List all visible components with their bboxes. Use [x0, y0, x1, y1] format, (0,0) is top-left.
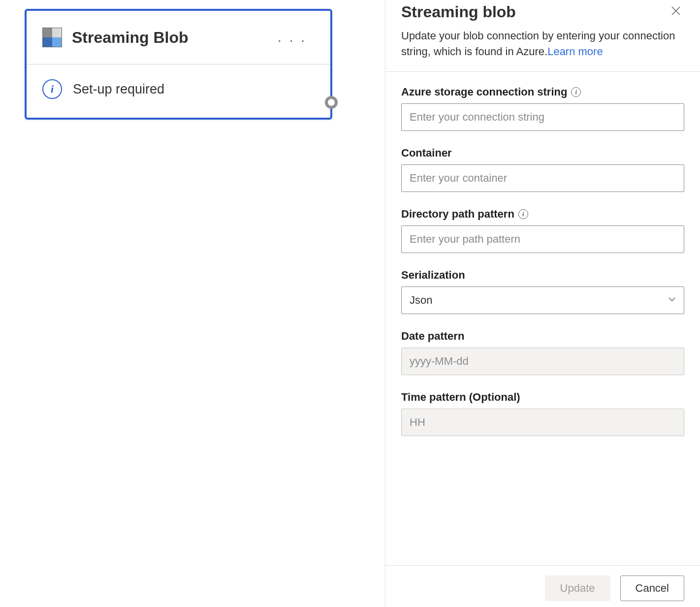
close-icon[interactable]: [668, 2, 684, 22]
properties-panel: Streaming blob Update your blob connecti…: [385, 0, 700, 607]
time-pattern-input: [401, 409, 684, 436]
container-input[interactable]: [401, 164, 684, 192]
date-pattern-label: Date pattern: [401, 330, 464, 343]
serialization-label: Serialization: [401, 269, 465, 282]
cancel-button[interactable]: Cancel: [620, 575, 684, 601]
node-status-row: i Set-up required: [27, 64, 330, 118]
panel-description: Update your blob connection by entering …: [401, 28, 684, 60]
divider: [385, 71, 700, 72]
panel-title: Streaming blob: [401, 3, 516, 21]
container-label: Container: [401, 147, 452, 160]
streaming-blob-node[interactable]: Streaming Blob . . . i Set-up required: [25, 9, 332, 120]
panel-footer: Update Cancel: [385, 565, 700, 607]
connection-string-input[interactable]: [401, 103, 684, 131]
directory-path-label: Directory path pattern: [401, 208, 514, 221]
connection-string-label: Azure storage connection string: [401, 86, 567, 98]
panel-description-text: Update your blob connection by entering …: [401, 30, 675, 58]
node-title: Streaming Blob: [72, 29, 264, 47]
info-icon: i: [42, 79, 62, 99]
info-icon[interactable]: i: [571, 87, 581, 97]
learn-more-link[interactable]: Learn more: [547, 45, 603, 58]
more-options-button[interactable]: . . .: [274, 30, 311, 45]
serialization-select[interactable]: Json: [401, 287, 684, 314]
update-button[interactable]: Update: [545, 575, 610, 601]
node-header: Streaming Blob . . .: [27, 11, 330, 64]
output-port[interactable]: [325, 96, 338, 109]
blob-storage-icon: [42, 28, 62, 47]
canvas: Streaming Blob . . . i Set-up required: [0, 0, 385, 607]
node-status-text: Set-up required: [73, 82, 164, 97]
info-icon[interactable]: i: [518, 209, 528, 219]
date-pattern-input: [401, 348, 684, 375]
directory-path-input[interactable]: [401, 225, 684, 253]
time-pattern-label: Time pattern (Optional): [401, 391, 520, 404]
